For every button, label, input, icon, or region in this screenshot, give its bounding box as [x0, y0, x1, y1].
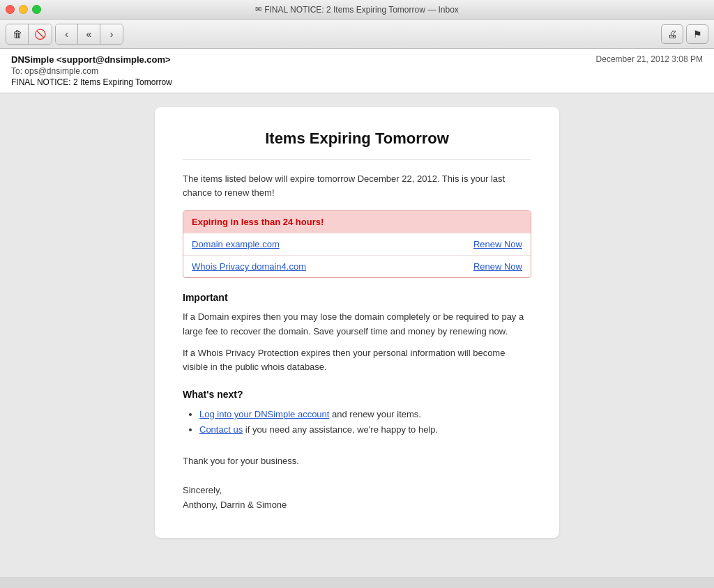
toolbar-right: 🖨 ⚑ — [661, 24, 708, 44]
action-button-group: 🗑 🚫 — [6, 24, 52, 45]
bullet-item-2: Contact us if you need any assistance, w… — [199, 422, 531, 438]
to-label: To: — [11, 66, 24, 76]
bullet1-rest: and renew your items. — [329, 409, 421, 419]
back-all-button[interactable]: « — [78, 24, 100, 44]
domain-example-link[interactable]: Domain example.com — [192, 239, 280, 249]
whois-privacy-link[interactable]: Whois Privacy domain4.com — [192, 261, 306, 272]
window-title: ✉ FINAL NOTICE: 2 Items Expiring Tomorro… — [255, 5, 459, 15]
renew-now-link-2[interactable]: Renew Now — [473, 261, 522, 272]
whats-next-section: What's next? Log into your DNSimple acco… — [183, 389, 531, 438]
email-meta-row: DNSimple <support@dnsimple.com> To: ops@… — [11, 54, 703, 87]
flag-button[interactable]: ⚑ — [686, 24, 708, 44]
bullet-item-1: Log into your DNSimple account and renew… — [199, 407, 531, 422]
close-button[interactable] — [6, 5, 15, 14]
expiring-box: Expiring in less than 24 hours! Domain e… — [183, 210, 531, 278]
minimize-button[interactable] — [19, 5, 28, 14]
toolbar: 🗑 🚫 ‹ « › 🖨 ⚑ — [0, 20, 714, 49]
renew-now-link-1[interactable]: Renew Now — [473, 239, 522, 249]
signatories-text: Anthony, Darrin & Simone — [183, 498, 531, 513]
login-link[interactable]: Log into your DNSimple account — [199, 409, 329, 419]
email-subject: FINAL NOTICE: 2 Items Expiring Tomorrow — [11, 77, 172, 87]
nav-button-group: ‹ « › — [55, 24, 123, 45]
bullet-list: Log into your DNSimple account and renew… — [183, 407, 531, 438]
window-title-text: FINAL NOTICE: 2 Items Expiring Tomorrow … — [264, 5, 459, 15]
email-date: December 21, 2012 3:08 PM — [596, 54, 703, 64]
thank-you-text: Thank you for your business. — [183, 454, 531, 469]
intro-text: The items listed below will expire tomor… — [183, 172, 531, 199]
junk-button[interactable]: 🚫 — [29, 24, 52, 44]
important-p2: If a Whois Privacy Protection expires th… — [183, 346, 531, 376]
contact-us-link[interactable]: Contact us — [199, 424, 243, 435]
important-section: Important If a Domain expires then you m… — [183, 292, 531, 375]
bullet2-rest: if you need any assistance, we're happy … — [243, 424, 438, 435]
forward-button[interactable]: › — [100, 24, 123, 44]
expiring-row-2: Whois Privacy domain4.com Renew Now — [183, 255, 531, 277]
expiring-row-1: Domain example.com Renew Now — [183, 233, 531, 255]
print-button[interactable]: 🖨 — [661, 24, 683, 44]
back-button[interactable]: ‹ — [56, 24, 78, 44]
email-card: Items Expiring Tomorrow The items listed… — [155, 107, 559, 538]
traffic-lights — [6, 5, 41, 14]
sender-info: DNSimple <support@dnsimple.com> To: ops@… — [11, 54, 172, 87]
sincerely-text: Sincerely, — [183, 483, 531, 498]
important-title: Important — [183, 292, 531, 303]
to-address: ops@dnsimple.com — [24, 66, 98, 76]
content-area: Items Expiring Tomorrow The items listed… — [0, 93, 714, 577]
maximize-button[interactable] — [32, 5, 41, 14]
whats-next-title: What's next? — [183, 389, 531, 400]
toolbar-left: 🗑 🚫 ‹ « › — [6, 24, 123, 45]
card-title: Items Expiring Tomorrow — [183, 130, 531, 160]
thank-you-section: Thank you for your business. Sincerely, … — [183, 454, 531, 512]
important-p1: If a Domain expires then you may lose th… — [183, 310, 531, 339]
expiring-header: Expiring in less than 24 hours! — [183, 211, 531, 233]
mail-icon: ✉ — [255, 5, 261, 14]
email-header: DNSimple <support@dnsimple.com> To: ops@… — [0, 49, 714, 93]
title-bar: ✉ FINAL NOTICE: 2 Items Expiring Tomorro… — [0, 0, 714, 20]
sender-name: DNSimple <support@dnsimple.com> — [11, 54, 172, 65]
email-to: To: ops@dnsimple.com — [11, 66, 172, 76]
delete-button[interactable]: 🗑 — [6, 24, 29, 44]
